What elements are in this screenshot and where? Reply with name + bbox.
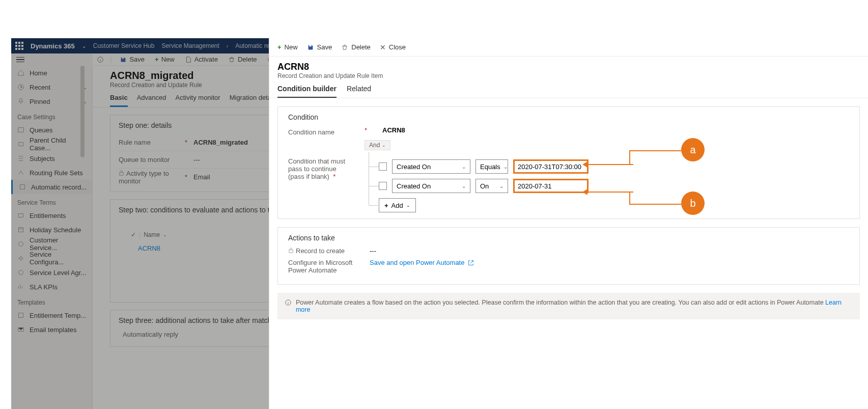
sidebar-item-entitlement-temp[interactable]: Entitlement Temp... [11,308,92,322]
value-input-b[interactable]: 2020-07-31 [513,179,589,193]
sidebar-item-label: Home [30,69,47,77]
field-select[interactable]: Created On⌄ [392,159,470,174]
row-checkbox[interactable] [379,182,387,190]
lock-icon [119,170,124,176]
chevron-down-icon: ⌄ [462,164,466,170]
app-name[interactable]: Customer Service Hub [93,42,155,49]
svg-point-7 [19,270,23,275]
sidebar-item-customer-service[interactable]: Customer Service... [11,237,92,251]
condition-pass-label: Condition that must pass to continue (pa… [288,157,345,180]
condition-tree: And⌄ Created On⌄ Equals⌄ 2020-07-31T07:3… [365,140,589,212]
record-to-create-value: --- [370,247,376,255]
svg-rect-11 [122,57,124,59]
operator-select[interactable]: On⌄ [475,179,508,193]
calendar-icon [17,226,24,233]
svg-rect-3 [19,214,23,217]
actions-section: Actions to take Record to create --- Con… [277,227,860,285]
tab-condition-builder[interactable]: Condition builder [277,85,337,98]
sidebar-item-label: Customer Service... [30,236,87,252]
home-icon [17,69,24,76]
info-icon[interactable] [97,56,104,63]
condition-row-2: Created On⌄ On⌄ 2020-07-31 [379,179,589,193]
sidebar-item-label: SLA KPIs [30,283,58,291]
gear-icon [17,255,24,262]
save-button[interactable]: Save [118,56,147,63]
panel-tabs: Condition builder Related [269,79,868,98]
breadcrumb-1[interactable]: Service Management [161,42,219,49]
delete-button[interactable]: Delete [226,56,259,63]
sidebar-item-label: Automatic record... [31,183,87,191]
info-text: Power Automate creates a flow based on t… [296,299,824,306]
clock-icon [17,84,24,91]
condition-name-label: Condition name [288,128,334,136]
chevron-down-icon: ⌄ [499,183,503,189]
sidebar-item-entitlements[interactable]: Entitlements [11,208,92,223]
rule-name-label: Rule name [119,139,185,146]
svg-rect-12 [120,172,123,175]
sidebar-item-holiday[interactable]: Holiday Schedule [11,223,92,237]
panel-close-button[interactable]: ✕Close [380,43,406,51]
record-to-create-label: Record to create [296,247,345,255]
condition-name-value[interactable]: ACRN8 [382,126,405,134]
close-icon: ✕ [380,43,386,51]
activity-value: Email [193,173,210,181]
sidebar-item-label: Email templates [30,326,76,334]
save-open-pa-link[interactable]: Save and open Power Automate [370,259,474,266]
activity-label: Activity type to monitor [119,170,169,185]
svg-rect-14 [289,250,293,253]
app-launcher-icon[interactable] [15,42,23,50]
pin-icon [17,98,24,105]
sidebar-toggle[interactable] [11,53,93,66]
sidebar-item-label: Entitlement Temp... [30,312,86,319]
new-button[interactable]: +New [153,56,177,63]
panel-save-button[interactable]: Save [307,43,332,51]
group-operator[interactable]: And⌄ [365,140,390,150]
field-select[interactable]: Created On⌄ [392,179,470,193]
sidebar-item-sla[interactable]: Service Level Agr... [11,265,92,280]
rule-name-value[interactable]: ACRN8_migrated [193,139,248,146]
sidebar-item-sla-kpis[interactable]: SLA KPIs [11,280,92,294]
condition-row-1: Created On⌄ Equals⌄ 2020-07-31T07:30:00 [379,159,589,174]
sidebar-item-label: Pinned [30,98,50,105]
sidebar-item-label: Service Level Agr... [30,269,86,277]
tab-basic[interactable]: Basic [110,94,128,107]
sidebar-scrollbar[interactable] [80,66,85,157]
condition-section: Condition Condition name * ACRN8 Conditi… [277,106,860,219]
sidebar-item-label: Subjects [30,155,55,162]
chevron-down-icon: ⌄ [462,183,466,189]
activate-button[interactable]: Activate [183,56,220,63]
tab-advanced[interactable]: Advanced [137,94,166,107]
routing-icon [17,169,24,176]
queue-value[interactable]: --- [193,156,200,163]
sidebar-item-routing[interactable]: Routing Rule Sets [11,166,92,180]
tab-activity-monitor[interactable]: Activity monitor [176,94,220,107]
lock-icon [288,248,294,253]
panel-subtitle: Record Creation and Update Rule Item [277,72,860,79]
service-icon [17,240,24,248]
panel-new-button[interactable]: +New [277,43,298,51]
operator-select[interactable]: Equals⌄ [475,159,508,174]
rule-item-panel: +New Save Delete ✕Close ACRN8 Record Cre… [269,38,868,409]
sidebar-item-automatic-record[interactable]: Automatic record... [11,180,92,194]
trash-icon [341,44,348,51]
panel-delete-button[interactable]: Delete [341,43,371,51]
product-name: Dynamics 365 [31,42,75,50]
record-icon [19,183,26,190]
svg-rect-8 [19,313,23,318]
tab-related[interactable]: Related [347,85,371,98]
email-icon [17,326,24,333]
activate-icon [185,56,192,63]
row-checkbox[interactable] [379,162,387,171]
sla-icon [17,269,24,276]
sidebar-item-label: Parent Child Case... [30,137,87,152]
sidebar-item-service-config[interactable]: Service Configura... [11,251,92,265]
svg-point-5 [19,242,23,247]
sidebar-item-email-templates[interactable]: Email templates [11,322,92,337]
add-condition-button[interactable]: +Add⌄ [379,198,416,212]
svg-rect-2 [20,185,25,189]
chevron-down-icon: ⌄ [382,143,386,148]
svg-point-6 [19,257,22,259]
value-input-a[interactable]: 2020-07-31T07:30:00 [513,159,589,174]
sidebar-item-label: Holiday Schedule [30,226,81,234]
subjects-icon [17,155,24,162]
